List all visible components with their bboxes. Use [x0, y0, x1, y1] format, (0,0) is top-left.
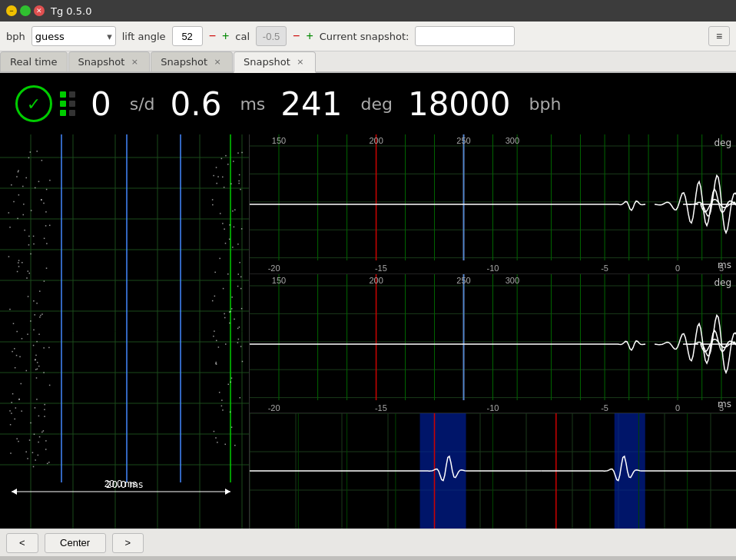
prev-button[interactable]: < [6, 533, 38, 553]
tab-realtime-label: Real time [10, 56, 58, 68]
bph-select-arrow: ▾ [107, 31, 112, 42]
content-area: 20.0 ms deg ms deg ms [0, 134, 736, 529]
tab-snapshot-1-label: Snapshot [78, 56, 125, 68]
mid-ms-label: ms [718, 399, 731, 409]
top-deg-label: deg [714, 138, 731, 148]
cal-minus-button[interactable]: − [293, 30, 300, 42]
tab-realtime[interactable]: Real time [0, 51, 68, 71]
lift-angle-minus-button[interactable]: − [209, 30, 216, 42]
tab-snapshot-2-close[interactable]: × [212, 57, 223, 68]
dot-4 [69, 101, 75, 107]
right-panels: deg ms deg ms [250, 134, 736, 529]
dot-5 [60, 110, 66, 116]
close-button[interactable]: ✕ [34, 5, 45, 16]
left-panel: 20.0 ms [0, 134, 250, 529]
lift-angle-input[interactable] [172, 26, 203, 46]
dot-1 [60, 91, 66, 98]
toolbar: bph guess ▾ lift angle − + cal − + Curre… [0, 22, 736, 51]
cal-plus-button[interactable]: + [306, 30, 313, 42]
time-domain-canvas[interactable] [0, 134, 250, 529]
tab-snapshot-3[interactable]: Snapshot × [234, 51, 316, 73]
bottom-overview-panel[interactable] [250, 413, 736, 529]
dot-3 [60, 101, 66, 107]
current-snapshot-input[interactable] [415, 26, 515, 46]
cal-input[interactable] [256, 26, 287, 46]
mid-deg-label: deg [714, 277, 731, 288]
check-icon: ✓ [27, 94, 41, 114]
status-indicator: ✓ [15, 85, 52, 122]
bph-select-value: guess [35, 31, 65, 42]
dot-2 [69, 91, 75, 98]
tab-snapshot-3-close[interactable]: × [295, 57, 306, 68]
tab-snapshot-2-label: Snapshot [161, 56, 207, 68]
ms-unit: ms [240, 94, 265, 114]
bph-label: bph [6, 31, 25, 42]
bph-select[interactable]: guess ▾ [31, 26, 116, 46]
titlebar: − ✕ Tg 0.5.0 [0, 0, 736, 22]
tab-snapshot-2[interactable]: Snapshot × [151, 51, 233, 71]
next-button[interactable]: > [112, 533, 144, 553]
top-ms-label: ms [718, 260, 731, 270]
status-bar: ✓ 0 s/d 0.6 ms 241 deg 18000 bph [0, 73, 736, 134]
mid-waveform-panel[interactable]: deg ms [250, 274, 736, 414]
menu-button[interactable]: ≡ [708, 26, 730, 46]
deg-value: 241 [280, 85, 342, 123]
tab-snapshot-1[interactable]: Snapshot × [68, 51, 151, 71]
top-waveform-panel[interactable]: deg ms [250, 134, 736, 274]
cal-label: cal [235, 31, 250, 42]
sd-unit: s/d [130, 94, 155, 114]
deg-unit: deg [360, 94, 392, 114]
lift-angle-label: lift angle [122, 31, 166, 42]
dots-indicator [60, 91, 75, 116]
top-waveform-canvas[interactable] [250, 134, 736, 274]
ms-value: 0.6 [171, 85, 222, 123]
tab-snapshot-1-close[interactable]: × [129, 57, 140, 68]
window-controls[interactable]: − ✕ [6, 5, 45, 16]
current-snapshot-label: Current snapshot: [320, 31, 409, 42]
bottom-nav: < Center > [0, 529, 736, 556]
maximize-button[interactable] [20, 5, 31, 16]
bph-value: 18000 [408, 85, 511, 123]
bottom-overview-canvas[interactable] [250, 413, 736, 529]
tab-bar: Real time Snapshot × Snapshot × Snapshot… [0, 51, 736, 73]
sd-value: 0 [91, 85, 111, 123]
lift-angle-plus-button[interactable]: + [222, 30, 229, 42]
dot-6 [69, 110, 75, 116]
minimize-button[interactable]: − [6, 5, 17, 16]
mid-waveform-canvas[interactable] [250, 274, 736, 414]
center-button[interactable]: Center [45, 533, 106, 553]
app-title: Tg 0.5.0 [51, 5, 91, 17]
tab-snapshot-3-label: Snapshot [244, 56, 290, 68]
bph-unit: bph [529, 94, 562, 114]
